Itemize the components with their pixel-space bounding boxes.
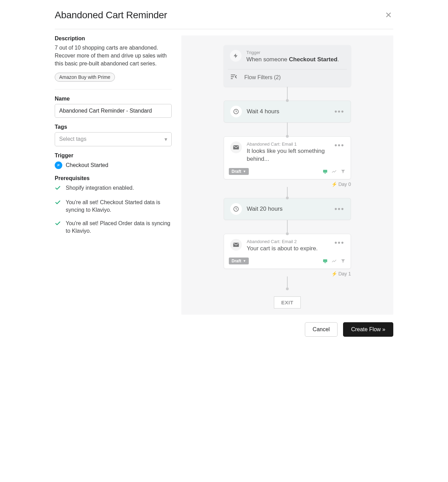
integration-badge: Amazon Buy with Prime: [55, 73, 115, 82]
day-indicator: ⚡ Day 0: [224, 181, 351, 187]
create-flow-button[interactable]: Create Flow »: [343, 322, 393, 337]
wait-card[interactable]: Wait 20 hours •••: [224, 198, 351, 220]
check-icon: [55, 220, 62, 229]
tags-placeholder: Select tags: [59, 136, 86, 142]
day-indicator: ⚡ Day 1: [224, 271, 351, 276]
flow-connector: [287, 87, 288, 101]
email-subject: It looks like you left something behind.…: [247, 147, 330, 163]
clock-icon: [230, 203, 242, 215]
trigger-card[interactable]: Trigger When someone Checkout Started. F…: [224, 45, 351, 87]
email-card[interactable]: Abandoned Cart: Email 2 Your cart is abo…: [224, 234, 351, 269]
prerequisites-label: Prerequisites: [55, 175, 172, 181]
flow-preview-panel: Trigger When someone Checkout Started. F…: [181, 35, 393, 315]
trigger-value: Checkout Started: [66, 162, 108, 168]
funnel-icon[interactable]: [340, 169, 346, 174]
modal-footer: Cancel Create Flow »: [55, 315, 393, 340]
flow-connector: [287, 123, 288, 136]
flow-connector: [287, 276, 288, 287]
funnel-icon[interactable]: [340, 258, 346, 264]
flow-form-panel: Description 7 out of 10 shopping carts a…: [55, 35, 172, 315]
flow-connector: [287, 187, 288, 198]
status-chip[interactable]: Draft ▼: [229, 168, 249, 175]
prerequisite-item: You're all set! Placed Order data is syn…: [55, 220, 172, 235]
email-card-label: Abandoned Cart: Email 1: [247, 142, 330, 147]
wait-text: Wait 20 hours: [247, 206, 282, 212]
flow-connector: [287, 220, 288, 234]
preview-icon[interactable]: [322, 169, 328, 174]
more-icon[interactable]: •••: [334, 205, 344, 213]
tags-select[interactable]: Select tags ▾: [55, 132, 172, 146]
description-label: Description: [55, 35, 172, 42]
preview-icon[interactable]: [322, 258, 328, 264]
svg-rect-8: [323, 259, 327, 262]
more-icon[interactable]: •••: [334, 239, 344, 247]
name-input[interactable]: [55, 104, 172, 118]
flow-filters-label[interactable]: Flow Filters (2): [244, 74, 281, 81]
more-icon[interactable]: •••: [334, 142, 344, 149]
trigger-label: Trigger: [55, 153, 172, 159]
bolt-icon: [230, 50, 242, 62]
mail-icon: [230, 142, 242, 153]
trigger-card-label: Trigger: [246, 50, 345, 55]
wait-card[interactable]: Wait 4 hours •••: [224, 101, 351, 123]
prerequisite-item: Shopify integration enabled.: [55, 184, 172, 193]
mail-icon: [230, 239, 242, 251]
split-icon[interactable]: [331, 169, 337, 174]
check-icon: [55, 199, 62, 208]
description-text: 7 out of 10 shopping carts are abandoned…: [55, 44, 172, 68]
status-chip[interactable]: Draft ▼: [229, 258, 249, 264]
cancel-button[interactable]: Cancel: [305, 322, 338, 337]
email-card-label: Abandoned Cart: Email 2: [247, 239, 330, 244]
close-icon[interactable]: ✕: [384, 10, 393, 21]
split-icon[interactable]: [331, 258, 337, 264]
clock-icon: [230, 106, 242, 117]
tags-label: Tags: [55, 124, 172, 130]
email-card[interactable]: Abandoned Cart: Email 1 It looks like yo…: [224, 136, 351, 179]
create-flow-modal: Abandoned Cart Reminder ✕ Description 7 …: [45, 0, 403, 344]
caret-down-icon: ▾: [164, 136, 167, 143]
prime-logo-icon: P: [55, 161, 62, 169]
filter-icon: [230, 74, 237, 81]
divider: [55, 89, 172, 90]
prerequisite-item: You're all set! Checkout Started data is…: [55, 199, 172, 214]
svg-rect-5: [323, 170, 327, 172]
wait-text: Wait 4 hours: [247, 108, 279, 115]
more-icon[interactable]: •••: [334, 108, 344, 115]
name-label: Name: [55, 96, 172, 102]
email-subject: Your cart is about to expire.: [247, 245, 330, 253]
trigger-card-text: When someone Checkout Started.: [246, 56, 345, 64]
modal-title: Abandoned Cart Reminder: [55, 10, 167, 21]
check-icon: [55, 185, 62, 193]
exit-node: EXIT: [274, 296, 300, 308]
